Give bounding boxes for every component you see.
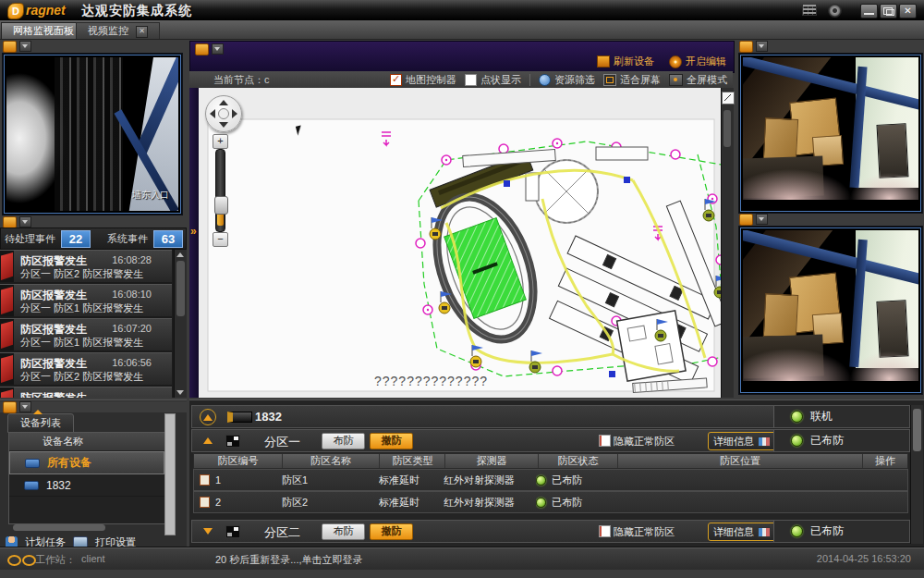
panel-menu-icon[interactable] — [756, 41, 768, 52]
app-title: 达观安防集成系统 — [81, 3, 192, 19]
video-panel-strip — [0, 41, 189, 52]
zoom-slider-thumb[interactable] — [214, 196, 228, 215]
collapse-handle[interactable]: » — [190, 225, 197, 238]
site-plan: ?????????????? — [199, 88, 721, 398]
close-button[interactable] — [899, 4, 917, 18]
device-panel-scrollbar[interactable] — [164, 413, 176, 535]
camera-view-warehouse-1[interactable] — [738, 53, 923, 214]
alarm-time: 16:06:56 — [112, 357, 152, 368]
device-icon — [25, 459, 40, 468]
tab-video-monitor[interactable]: 视频监控 — [76, 22, 160, 39]
panel-menu-icon[interactable] — [19, 216, 31, 228]
armed-status-icon — [791, 435, 803, 447]
table-icon — [758, 437, 771, 447]
zone-panel-scrollbar[interactable] — [910, 405, 923, 544]
system-events-count[interactable]: 63 — [153, 230, 183, 248]
expand-group-icon[interactable] — [203, 528, 213, 535]
zone-name: 防区2 — [282, 496, 308, 510]
filter-icon — [539, 74, 551, 86]
alarm-item[interactable]: 防区报警发生 16:08:28 分区一 防区2 防区报警发生 — [0, 250, 172, 282]
device-list-hscrollbar[interactable] — [13, 524, 105, 531]
map-canvas[interactable]: ?????????????? + − — [199, 88, 721, 398]
panel-icon — [739, 214, 753, 226]
col-zone-number: 防区编号 — [194, 454, 283, 468]
zoom-slider[interactable] — [215, 149, 225, 232]
toggle-label: 地图控制器 — [406, 73, 456, 87]
zone-control-panel: 1832 联机 分区一 布防 撤防 隐藏正常防区 详细信息 已布防 — [189, 400, 924, 548]
alarm-scrollbar[interactable] — [174, 250, 187, 398]
armed-status-label: 已布防 — [810, 523, 844, 539]
alarm-flag-icon — [0, 353, 14, 385]
tab-close-icon[interactable] — [136, 26, 148, 38]
fit-screen-button[interactable]: 适合屏幕 — [603, 73, 661, 87]
zoom-out-button[interactable]: − — [213, 232, 228, 247]
maximize-button[interactable] — [880, 4, 897, 18]
arm-button[interactable]: 布防 — [322, 523, 365, 540]
zone-group-icon — [225, 435, 240, 448]
map-pan-control[interactable] — [205, 95, 242, 132]
map-scrollbar[interactable] — [721, 88, 734, 398]
map-resize-icon[interactable] — [722, 92, 735, 105]
zone-table-row[interactable]: 2 防区2 标准延时 红外对射探测器 已布防 — [193, 491, 908, 513]
layout-grid-icon[interactable] — [803, 5, 816, 15]
disarm-button[interactable]: 撤防 — [370, 433, 413, 449]
fullscreen-icon — [669, 74, 683, 86]
settings-gear-icon[interactable] — [829, 5, 841, 17]
video-scene — [743, 230, 918, 390]
zone-group-row-2[interactable]: 分区二 布防 撤防 隐藏正常防区 详细信息 已布防 — [191, 520, 910, 543]
fullscreen-button[interactable]: 全屏模式 — [669, 73, 727, 87]
resource-filter-button[interactable]: 资源筛选 — [539, 73, 595, 87]
logo-icon: D — [7, 3, 24, 19]
alarm-time: 16:08:28 — [112, 254, 152, 265]
checkbox-icon[interactable] — [465, 74, 477, 86]
tab-device-list[interactable]: 设备列表 — [7, 413, 74, 433]
alarm-item[interactable]: 防区报警发生 16:08:10 分区一 防区1 防区报警发生 — [0, 284, 172, 316]
alarm-host-icon — [227, 412, 252, 423]
alarm-flag-icon — [0, 285, 14, 316]
zone-table-row[interactable]: 1 防区1 标准延时 红外对射探测器 已布防 — [193, 469, 908, 491]
camera-view-warehouse-2[interactable] — [738, 226, 923, 395]
device-item-all[interactable]: 所有设备 — [9, 451, 164, 474]
map-controller-toggle[interactable]: 地图控制器 — [390, 73, 456, 87]
device-icon — [24, 481, 39, 490]
disarm-button[interactable]: 撤防 — [370, 523, 413, 540]
pending-events-count[interactable]: 22 — [61, 230, 91, 248]
panel-menu-icon[interactable] — [756, 214, 768, 225]
system-events-label: 系统事件 — [107, 232, 148, 246]
alarm-item[interactable]: 防区报警发生 — [0, 387, 172, 398]
tab-grid-panel[interactable]: 网格监视面板 — [1, 22, 86, 39]
zone-status: 已布防 — [552, 496, 582, 510]
minimize-button[interactable] — [860, 4, 878, 18]
armed-status-icon — [536, 475, 546, 486]
arm-button[interactable]: 布防 — [322, 433, 365, 449]
refresh-icon — [597, 55, 610, 68]
device-row-1832[interactable]: 1832 联机 — [191, 405, 910, 428]
zone-number: 2 — [215, 497, 221, 508]
dot-display-toggle[interactable]: 点状显示 — [465, 73, 521, 87]
relogin-message[interactable]: 20 秒后重新登录...,单击立即登录 — [215, 553, 363, 567]
alarm-flag-icon — [0, 319, 14, 350]
alarm-title: 防区报警发生 — [20, 390, 87, 398]
zone-group-row-1[interactable]: 分区一 布防 撤防 隐藏正常防区 详细信息 已布防 — [191, 429, 910, 452]
panel-menu-icon[interactable] — [19, 41, 31, 52]
video-panel-strip — [736, 214, 924, 225]
alarm-item[interactable]: 防区报警发生 16:07:20 分区一 防区1 防区报警发生 — [0, 318, 172, 350]
checkbox-checked-icon[interactable] — [390, 74, 402, 86]
zoom-in-button[interactable]: + — [213, 134, 228, 149]
tab-indicator-icon — [33, 410, 43, 414]
collapse-device-icon[interactable] — [200, 409, 216, 425]
panel-menu-icon[interactable] — [19, 401, 31, 412]
hide-normal-zones-checkbox[interactable] — [599, 525, 611, 537]
collapse-group-icon[interactable] — [203, 437, 213, 444]
armed-status-icon — [791, 525, 803, 537]
panel-menu-icon[interactable] — [212, 43, 224, 55]
enable-edit-button[interactable]: 开启编辑 — [669, 55, 726, 68]
device-list-header[interactable]: 设备名称 — [9, 433, 164, 451]
hide-normal-zones-checkbox[interactable] — [599, 435, 611, 447]
alarm-item[interactable]: 防区报警发生 16:06:56 分区一 防区2 防区报警发生 — [0, 352, 172, 385]
col-zone-name: 防区名称 — [283, 454, 381, 468]
camera-view-east-entrance[interactable]: 墙东入口 — [2, 53, 183, 215]
tab-label: 网格监视面板 — [13, 25, 74, 36]
refresh-device-button[interactable]: 刷新设备 — [597, 55, 654, 68]
device-item-1832[interactable]: 1832 — [9, 474, 164, 497]
